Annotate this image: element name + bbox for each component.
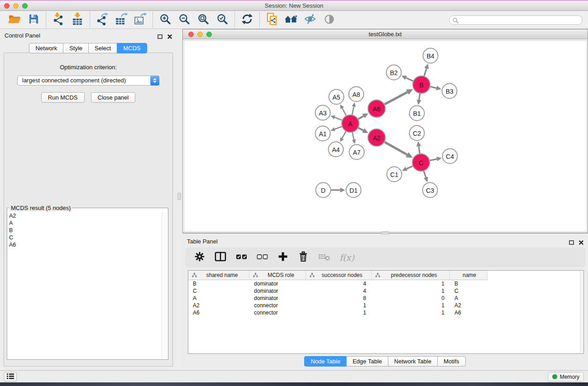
split-columns-icon[interactable]: [215, 251, 226, 264]
tab-mcds[interactable]: MCDS: [117, 43, 147, 53]
deselect-all-checkboxes-icon[interactable]: [257, 251, 268, 264]
edge-B-B3[interactable]: [430, 86, 437, 88]
table-cell[interactable]: 0: [372, 295, 450, 302]
table-cell[interactable]: A2: [450, 302, 488, 309]
delete-column-icon[interactable]: [298, 251, 309, 264]
app-titlebar[interactable]: Session: New Session: [0, 1, 588, 11]
export-table-button[interactable]: [114, 13, 129, 27]
run-mcds-button[interactable]: Run MCDS: [41, 92, 85, 103]
edge-A6-B[interactable]: [385, 92, 408, 105]
table-row[interactable]: Adominator80A: [188, 295, 583, 302]
table-row[interactable]: A2connector11A2: [188, 302, 583, 309]
tab-network[interactable]: Network: [29, 43, 63, 53]
edge-A-A1[interactable]: [335, 127, 342, 129]
hide-graphics-details-button[interactable]: [302, 13, 318, 27]
refresh-button[interactable]: [239, 13, 255, 27]
column-header-mcds-role[interactable]: MCDS role: [249, 271, 306, 280]
table-cell[interactable]: dominator: [249, 287, 306, 295]
table-cell[interactable]: 1: [372, 280, 450, 287]
network-view-window[interactable]: testGlobe.txt B4B2BB3A5A8A6A3B1AA1C2A2A4…: [182, 29, 588, 233]
zoom-out-button[interactable]: [177, 13, 192, 27]
table-cell[interactable]: 1: [372, 302, 450, 309]
add-column-icon[interactable]: [277, 251, 288, 264]
minimize-window-button[interactable]: [197, 32, 203, 37]
float-panel-icon[interactable]: [158, 33, 163, 41]
table-cell[interactable]: 8: [306, 295, 372, 302]
tab-motifs[interactable]: Motifs: [437, 356, 466, 367]
column-header-successor-nodes[interactable]: successor nodes: [306, 271, 372, 280]
zoom-window-button[interactable]: [22, 3, 28, 9]
task-history-button[interactable]: [4, 372, 17, 381]
table-scrollbar[interactable]: [580, 271, 583, 353]
table-cell[interactable]: A: [450, 295, 488, 302]
table-cell[interactable]: A6: [450, 309, 488, 316]
vertical-splitter[interactable]: [177, 29, 182, 370]
table-row[interactable]: Bdominator41B: [188, 280, 583, 287]
table-cell[interactable]: B: [188, 280, 249, 287]
zoom-window-button[interactable]: [206, 32, 212, 37]
close-panel-button[interactable]: Close panel: [91, 92, 136, 103]
edge-A-A6[interactable]: [358, 116, 363, 119]
export-network-button[interactable]: [95, 13, 110, 27]
table-cell[interactable]: dominator: [249, 280, 306, 287]
table-cell[interactable]: 4: [306, 280, 372, 287]
function-builder-button[interactable]: f(x): [339, 253, 354, 262]
table-cell[interactable]: C: [450, 287, 488, 295]
result-item[interactable]: A6: [9, 241, 161, 248]
table-cell[interactable]: connector: [249, 302, 306, 309]
edge-A-A8[interactable]: [352, 106, 354, 114]
edge-A2-C[interactable]: [384, 142, 407, 155]
open-file-button[interactable]: [7, 13, 22, 27]
table-cell[interactable]: 1: [306, 309, 372, 316]
table-cell[interactable]: 1: [306, 302, 372, 309]
edge-C-C1[interactable]: [406, 166, 413, 169]
copy-style-button[interactable]: [264, 13, 280, 27]
close-window-button[interactable]: [188, 32, 194, 37]
tab-edge-table[interactable]: Edge Table: [346, 356, 388, 367]
edge-B-B2[interactable]: [406, 78, 413, 81]
edge-A-A4[interactable]: [342, 131, 346, 138]
zoom-fit-button[interactable]: [196, 13, 211, 27]
result-item[interactable]: A2: [9, 212, 161, 219]
table-cell[interactable]: C: [188, 287, 249, 295]
column-header-predecessor-nodes[interactable]: predecessor nodes: [372, 271, 450, 280]
table-row[interactable]: Cdominator41C: [188, 287, 583, 295]
edge-C-C3[interactable]: [424, 171, 426, 177]
minimize-window-button[interactable]: [13, 3, 19, 9]
splitter-handle[interactable]: [177, 193, 181, 200]
tab-style[interactable]: Style: [63, 43, 89, 53]
close-window-button[interactable]: [4, 3, 10, 9]
edge-A-A5[interactable]: [342, 108, 346, 116]
criterion-dropdown[interactable]: largest connected component (directed): [17, 76, 159, 86]
edge-B-B1[interactable]: [419, 94, 420, 100]
search-input[interactable]: [449, 15, 583, 25]
show-graphics-details-button[interactable]: [321, 13, 337, 27]
table-cell[interactable]: 4: [306, 287, 372, 295]
close-panel-icon[interactable]: [167, 33, 172, 41]
table-cell[interactable]: A: [188, 295, 249, 302]
column-header-shared-name[interactable]: shared name: [188, 271, 249, 280]
result-item[interactable]: C: [9, 234, 161, 241]
table-cell[interactable]: A2: [188, 302, 249, 309]
zoom-selected-button[interactable]: [215, 13, 230, 27]
table-cell[interactable]: B: [450, 280, 488, 287]
tab-node-table[interactable]: Node Table: [304, 356, 347, 367]
edge-A-A7[interactable]: [352, 133, 354, 140]
tab-network-table[interactable]: Network Table: [388, 356, 438, 367]
import-network-button[interactable]: [51, 13, 66, 27]
table-cell[interactable]: 1: [372, 309, 450, 316]
table-cell[interactable]: 1: [372, 287, 450, 295]
edge-B-B4[interactable]: [424, 68, 426, 76]
edge-A-A2[interactable]: [359, 128, 363, 130]
edge-C-C4[interactable]: [430, 159, 437, 160]
select-all-checkboxes-icon[interactable]: [236, 251, 247, 264]
tab-select[interactable]: Select: [88, 43, 117, 53]
table-row[interactable]: A6connector11A6: [188, 309, 583, 316]
zoom-in-button[interactable]: [158, 13, 173, 27]
network-canvas[interactable]: B4B2BB3A5A8A6A3B1AA1C2A2A4A7C4CC1C3DD1: [184, 40, 587, 232]
import-table-button[interactable]: [70, 13, 85, 27]
result-scrollbar[interactable]: [162, 212, 167, 359]
result-item[interactable]: B: [9, 227, 161, 234]
edge-C-C2[interactable]: [419, 146, 420, 153]
table-cell[interactable]: A6: [188, 309, 249, 316]
